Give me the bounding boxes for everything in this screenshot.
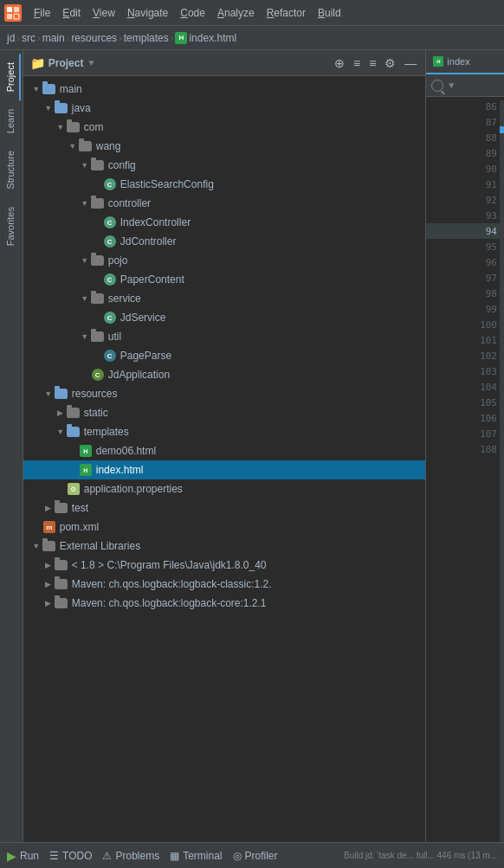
tree-label: test (72, 502, 88, 514)
tree-node-util[interactable]: ▼ util (23, 327, 426, 346)
breadcrumb-src[interactable]: src (22, 32, 36, 44)
collapse-all-icon[interactable]: ≡ (352, 55, 362, 72)
tree-node-resources[interactable]: ▼ resources (23, 384, 426, 403)
sidebar-item-favorites[interactable]: Favorites (2, 198, 21, 254)
tree-node-logback-core[interactable]: ▶ Maven: ch.qos.logback:logback-core:1.2… (23, 594, 426, 613)
folder-icon (91, 158, 105, 172)
tree-label: resources (72, 388, 118, 400)
menu-file[interactable]: File (28, 5, 56, 21)
folder-icon (67, 425, 81, 439)
search-dropdown: ▼ (447, 80, 456, 90)
problems-icon: ⚠ (102, 850, 112, 862)
tree-node-jdcontroller[interactable]: C JdController (23, 232, 426, 251)
breadcrumb-main[interactable]: main (42, 32, 65, 44)
folder-icon (55, 387, 68, 401)
tree-label: util (108, 331, 121, 343)
tree-node-jdk18[interactable]: ▶ < 1.8 > C:\Program Files\Java\jdk1.8.0… (23, 556, 426, 575)
tree-node-service[interactable]: ▼ service (23, 289, 426, 308)
tree-label: static (84, 407, 108, 419)
tree-node-pojo[interactable]: ▼ pojo (23, 251, 426, 270)
expand-all-icon[interactable]: ≡ (367, 55, 378, 72)
problems-button[interactable]: ⚠ Problems (102, 850, 159, 862)
file-tree: ▼ main ▼ java ▼ com ▼ (23, 76, 426, 842)
tree-node-externallibraries[interactable]: ▼ External Libraries (23, 537, 426, 556)
editor-search-bar: ▼ (426, 74, 504, 97)
tree-node-main[interactable]: ▼ main (23, 80, 426, 99)
menu-edit[interactable]: Edit (56, 5, 87, 21)
tree-node-logback-classic[interactable]: ▶ Maven: ch.qos.logback:logback-classic:… (23, 575, 426, 594)
tree-node-com[interactable]: ▼ com (23, 118, 426, 137)
menu-analyze[interactable]: Analyze (211, 5, 261, 21)
tree-node-config[interactable]: ▼ config (23, 156, 426, 175)
tree-node-demo06html[interactable]: H demo06.html (23, 441, 426, 460)
editor-tab[interactable]: H index (426, 50, 504, 74)
tree-label: IndexController (120, 216, 191, 228)
profiler-button[interactable]: ◎ Profiler (233, 850, 278, 862)
line-num-91: 91 (426, 177, 504, 192)
sidebar-item-project[interactable]: Project (2, 54, 21, 100)
line-num-100: 100 (426, 317, 504, 332)
tree-node-java[interactable]: ▼ java (23, 99, 426, 118)
panel-title: 📁 Project ▼ (30, 56, 96, 70)
tree-node-templates[interactable]: ▼ templates (23, 422, 426, 441)
tree-node-indexhtml[interactable]: H index.html (23, 460, 426, 479)
run-button[interactable]: ▶ Run (7, 849, 39, 863)
folder-icon (91, 292, 105, 305)
class-icon: C (103, 177, 117, 191)
tree-node-elasticsearchconfig[interactable]: C ElasticSearchConfig (23, 175, 426, 194)
tree-node-static[interactable]: ▶ static (23, 403, 426, 422)
tree-label: PageParse (120, 350, 171, 362)
settings-icon[interactable]: ⚙ (383, 55, 397, 72)
breadcrumb: jd › src › main › resources › templates … (0, 26, 504, 50)
sidebar-item-learn[interactable]: Learn (2, 100, 21, 142)
class-icon: C (103, 235, 117, 248)
menu-refactor[interactable]: Refactor (261, 5, 312, 21)
line-num-87: 87 (426, 114, 504, 130)
line-num-105: 105 (426, 395, 504, 410)
menu-navigate[interactable]: Navigate (121, 5, 174, 21)
tree-label: main (60, 83, 82, 95)
tree-arrow: ▶ (55, 408, 67, 417)
tree-node-wang[interactable]: ▼ wang (23, 137, 426, 156)
svg-rect-1 (7, 7, 12, 12)
line-num-89: 89 (426, 145, 504, 161)
tree-arrow: ▶ (42, 561, 55, 569)
scrollbar-track (500, 100, 504, 842)
minimize-icon[interactable]: — (403, 55, 418, 72)
tree-arrow: ▼ (79, 161, 91, 170)
menu-code[interactable]: Code (174, 5, 211, 21)
locate-file-icon[interactable]: ⊕ (333, 55, 346, 72)
class-icon: C (103, 273, 117, 286)
tree-node-pageparse[interactable]: C PageParse (23, 346, 426, 365)
run-label: Run (20, 850, 39, 862)
breadcrumb-indexhtml[interactable]: index.html (189, 32, 236, 44)
tree-node-test[interactable]: ▶ test (23, 498, 426, 518)
tree-node-applicationproperties[interactable]: ⚙ application.properties (23, 479, 426, 498)
breadcrumb-jd[interactable]: jd (7, 32, 15, 44)
breadcrumb-templates[interactable]: templates (124, 32, 169, 44)
tree-node-controller[interactable]: ▼ controller (23, 194, 426, 213)
todo-button[interactable]: ☰ TODO (49, 850, 92, 862)
menu-view[interactable]: View (87, 5, 121, 21)
folder-icon: 📁 (30, 56, 45, 70)
problems-label: Problems (115, 850, 159, 862)
main-layout: Project Learn Structure Favorites 📁 Proj… (0, 50, 504, 842)
tree-node-jdapplication[interactable]: C JdApplication (23, 365, 426, 384)
tree-node-papercontent[interactable]: C PaperContent (23, 270, 426, 289)
tree-arrow: ▶ (42, 580, 55, 588)
scrollbar-thumb[interactable] (500, 126, 504, 133)
tree-label: application.properties (84, 483, 183, 495)
sidebar-item-structure[interactable]: Structure (2, 142, 21, 198)
line-num-90: 90 (426, 161, 504, 177)
tree-node-jdservice[interactable]: C JdService (23, 308, 426, 327)
line-num-99: 99 (426, 301, 504, 317)
terminal-button[interactable]: ▦ Terminal (170, 850, 222, 862)
tree-label: ElasticSearchConfig (120, 178, 214, 190)
tree-arrow: ▶ (42, 504, 55, 512)
line-num-94: 94 (426, 223, 504, 239)
menu-build[interactable]: Build (312, 5, 347, 21)
panel-dropdown-icon[interactable]: ▼ (87, 58, 95, 68)
tree-node-pomxml[interactable]: m pom.xml (23, 518, 426, 537)
tree-node-indexcontroller[interactable]: C IndexController (23, 213, 426, 232)
breadcrumb-resources[interactable]: resources (71, 32, 117, 44)
